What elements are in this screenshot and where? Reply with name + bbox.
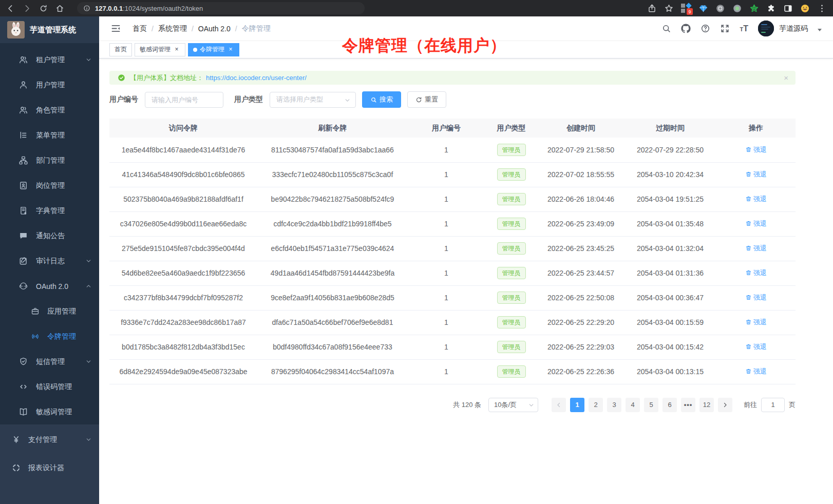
- sidebar-item-sensitive[interactable]: 敏感词管理: [0, 399, 99, 424]
- username-label[interactable]: 芋道源码: [779, 24, 808, 33]
- refresh-token-cell: b0df4980ffd34c67a08f9156e4eee733: [257, 335, 408, 359]
- breadcrumb-item[interactable]: 系统管理: [158, 24, 187, 33]
- page-button[interactable]: •••: [681, 398, 695, 412]
- sidebar-panel-icon[interactable]: [783, 4, 793, 13]
- doc-alert-banner: 【用户体系】文档地址： https://doc.iocoder.cn/user-…: [109, 71, 796, 85]
- breadcrumb-item[interactable]: 首页: [132, 24, 147, 33]
- star-extension-icon[interactable]: [749, 4, 759, 13]
- doc-link[interactable]: https://doc.iocoder.cn/user-center/: [206, 74, 307, 82]
- sidebar-item-errcode[interactable]: 错误码管理: [0, 374, 99, 399]
- app-logo[interactable]: 芋道管理系统: [0, 16, 99, 43]
- sidebar-item-user[interactable]: 用户管理: [0, 72, 99, 98]
- help-icon[interactable]: [701, 24, 710, 33]
- user-id-input[interactable]: [145, 92, 223, 108]
- force-logout-button[interactable]: 强退: [745, 219, 767, 228]
- reload-icon[interactable]: [39, 4, 48, 13]
- address-bar[interactable]: 127.0.0.1:1024/system/oauth2/token: [77, 2, 365, 14]
- close-icon[interactable]: ×: [227, 46, 234, 53]
- page-button[interactable]: 1: [570, 398, 584, 412]
- next-page-button[interactable]: [718, 398, 732, 412]
- bookmark-star-icon[interactable]: [664, 4, 674, 13]
- puzzle-extension-icon[interactable]: [766, 4, 776, 13]
- back-icon[interactable]: [6, 4, 15, 13]
- sidebar-item-menu[interactable]: 菜单管理: [0, 123, 99, 148]
- info-icon[interactable]: [83, 5, 90, 12]
- trash-icon: [745, 269, 752, 276]
- user-id-cell: 1: [408, 138, 485, 162]
- chevron-down-icon: [85, 436, 92, 443]
- chevron-down-icon[interactable]: [818, 29, 822, 31]
- trash-icon: [745, 146, 752, 153]
- sidebar-item-report[interactable]: 报表设计器: [0, 454, 99, 482]
- user-avatar[interactable]: [758, 21, 774, 36]
- user-type-select[interactable]: 请选择用户类型: [270, 92, 356, 108]
- forward-icon[interactable]: [23, 4, 31, 13]
- create-time-cell: 2022-06-26 18:04:46: [538, 187, 624, 211]
- force-logout-button[interactable]: 强退: [745, 145, 767, 154]
- command-extension-icon[interactable]: [715, 4, 725, 13]
- force-logout-button[interactable]: 强退: [745, 318, 767, 327]
- reset-button[interactable]: 重置: [407, 91, 446, 108]
- breadcrumb-item[interactable]: OAuth 2.0: [198, 25, 231, 33]
- sidebar-item-tenant[interactable]: 租户管理: [0, 47, 99, 72]
- record-extension-icon[interactable]: [732, 4, 742, 13]
- page-button[interactable]: 2: [589, 398, 603, 412]
- search-icon[interactable]: [661, 24, 671, 33]
- sidebar-item-pay[interactable]: 支付管理: [0, 425, 99, 454]
- sidebar-toggle-icon[interactable]: [110, 23, 121, 34]
- share-icon[interactable]: [647, 4, 657, 13]
- dept-icon: [18, 156, 28, 165]
- sidebar-item-notice[interactable]: 通知公告: [0, 223, 99, 248]
- create-time-cell: 2022-06-25 23:45:25: [538, 236, 624, 261]
- page-button[interactable]: 6: [662, 398, 677, 412]
- gem-extension-icon[interactable]: [698, 4, 708, 13]
- force-logout-button[interactable]: 强退: [745, 367, 767, 376]
- prev-page-button[interactable]: [552, 398, 566, 412]
- kebab-menu-icon[interactable]: [817, 4, 827, 13]
- sidebar-item-post[interactable]: 岗位管理: [0, 173, 99, 198]
- extension-grid-icon[interactable]: 9: [681, 3, 691, 13]
- expire-time-cell: 2054-03-04 00:13:15: [624, 359, 716, 384]
- force-logout-button[interactable]: 强退: [745, 293, 767, 302]
- page-button[interactable]: 4: [626, 398, 640, 412]
- tab-token[interactable]: 令牌管理 ×: [188, 43, 239, 56]
- page-size-select[interactable]: 10条/页: [488, 398, 538, 412]
- sidebar-item-dept[interactable]: 部门管理: [0, 148, 99, 173]
- search-button[interactable]: 搜索: [362, 91, 401, 108]
- page-button[interactable]: 3: [607, 398, 621, 412]
- emoji-profile-icon[interactable]: [800, 4, 810, 13]
- column-header: 操作: [716, 119, 796, 138]
- create-time-cell: 2022-06-25 22:26:36: [538, 359, 624, 384]
- page-button[interactable]: 12: [699, 398, 714, 412]
- table-row: 275e5de9151045fe87cbdc395e004f4d e6cfd40…: [109, 236, 796, 261]
- close-icon[interactable]: ×: [173, 46, 180, 53]
- sidebar-item-oauth2-token[interactable]: 令牌管理: [0, 324, 99, 349]
- sidebar-item-dict[interactable]: 字典管理: [0, 198, 99, 223]
- trash-icon: [745, 196, 752, 202]
- sidebar-item-audit[interactable]: 审计日志: [0, 248, 99, 274]
- tab-home[interactable]: 首页: [109, 43, 132, 56]
- github-icon[interactable]: [681, 24, 691, 33]
- force-logout-button[interactable]: 强退: [745, 244, 767, 253]
- user-type-badge: 管理员: [497, 168, 526, 181]
- total-count-label: 共 120 条: [453, 400, 481, 410]
- tab-sensitive[interactable]: 敏感词管理 ×: [135, 43, 185, 56]
- force-logout-button[interactable]: 强退: [745, 195, 767, 204]
- page-button[interactable]: 5: [644, 398, 658, 412]
- force-logout-button[interactable]: 强退: [745, 342, 767, 352]
- refresh-token-cell: 49d1aa46d1454fbd87591444423be9fa: [257, 261, 408, 285]
- sidebar-item-oauth2[interactable]: OAuth 2.0: [0, 274, 99, 299]
- home-icon[interactable]: [55, 4, 64, 13]
- fullscreen-icon[interactable]: [720, 24, 730, 33]
- expire-time-cell: 2054-03-04 01:35:48: [624, 211, 716, 236]
- sidebar-item-oauth2-app[interactable]: 应用管理: [0, 299, 99, 324]
- force-logout-button[interactable]: 强退: [745, 268, 767, 278]
- goto-page-input[interactable]: [761, 398, 785, 412]
- sidebar-item-role[interactable]: 角色管理: [0, 98, 99, 123]
- browser-chrome: 127.0.0.1:1024/system/oauth2/token 9: [0, 0, 833, 16]
- font-size-icon[interactable]: TT: [740, 25, 748, 33]
- sidebar-item-sms[interactable]: 短信管理: [0, 349, 99, 374]
- force-logout-button[interactable]: 强退: [745, 170, 767, 179]
- trash-icon: [745, 294, 752, 301]
- close-icon[interactable]: ×: [784, 73, 788, 82]
